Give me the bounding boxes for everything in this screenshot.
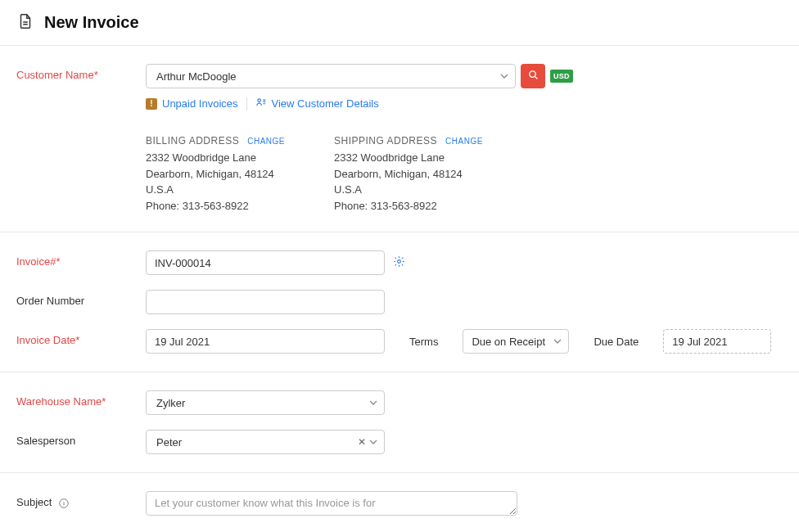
svg-point-0 xyxy=(529,71,535,78)
warning-icon: ! xyxy=(146,98,157,110)
user-details-icon xyxy=(255,97,267,110)
shipping-address-heading: SHIPPING ADDRESS xyxy=(334,133,437,148)
shipping-line1: 2332 Woodbridge Lane xyxy=(334,150,483,166)
gear-icon xyxy=(393,255,405,270)
billing-address-block: BILLING ADDRESS CHANGE 2332 Woodbridge L… xyxy=(146,133,285,214)
shipping-address-block: SHIPPING ADDRESS CHANGE 2332 Woodbridge … xyxy=(334,133,483,214)
terms-select[interactable]: Due on Receipt xyxy=(463,329,569,354)
salesperson-select[interactable]: Peter ✕ xyxy=(146,430,385,454)
invoice-date-input[interactable] xyxy=(146,329,385,354)
chevron-down-icon xyxy=(500,72,508,80)
info-icon[interactable] xyxy=(58,498,70,509)
view-customer-details-label: View Customer Details xyxy=(272,97,379,110)
separator xyxy=(246,97,247,110)
invoice-number-label: Invoice#* xyxy=(16,250,146,268)
due-date-label: Due Date xyxy=(590,336,642,348)
search-icon xyxy=(527,69,539,83)
billing-address-heading: BILLING ADDRESS xyxy=(146,133,239,148)
invoice-date-label: Invoice Date* xyxy=(16,329,146,346)
customer-name-label: Customer Name* xyxy=(16,64,146,81)
subject-section: Subject xyxy=(0,473,799,532)
billing-change-link[interactable]: CHANGE xyxy=(247,135,285,147)
shipping-phone: Phone: 313-563-8922 xyxy=(334,198,483,214)
unpaid-invoices-link[interactable]: ! Unpaid Invoices xyxy=(146,97,238,110)
unpaid-invoices-label: Unpaid Invoices xyxy=(162,97,238,110)
view-customer-details-link[interactable]: View Customer Details xyxy=(255,97,379,110)
terms-label: Terms xyxy=(406,336,441,348)
due-date-display[interactable]: 19 Jul 2021 xyxy=(663,329,771,354)
shipping-change-link[interactable]: CHANGE xyxy=(445,135,483,147)
due-date-value: 19 Jul 2021 xyxy=(672,336,727,348)
billing-line1: 2332 Woodbridge Lane xyxy=(146,150,285,166)
chevron-down-icon xyxy=(369,399,377,407)
warehouse-select[interactable]: Zylker xyxy=(146,390,385,415)
customer-section: Customer Name* Arthur McDoogle USD xyxy=(0,46,799,232)
salesperson-value: Peter xyxy=(156,436,182,449)
svg-point-1 xyxy=(257,99,260,102)
order-number-input[interactable] xyxy=(146,290,385,314)
page-header: New Invoice xyxy=(0,0,799,45)
billing-phone: Phone: 313-563-8922 xyxy=(146,198,285,214)
salesperson-label: Salesperson xyxy=(16,430,146,447)
warehouse-section: Warehouse Name* Zylker Salesperson Peter… xyxy=(0,372,799,472)
chevron-down-icon xyxy=(369,438,377,446)
warehouse-value: Zylker xyxy=(156,397,185,409)
customer-search-button[interactable] xyxy=(521,64,545,88)
subject-input[interactable] xyxy=(146,491,517,516)
subject-label: Subject xyxy=(16,491,146,509)
warehouse-label: Warehouse Name* xyxy=(16,390,146,408)
clear-icon[interactable]: ✕ xyxy=(358,436,366,448)
customer-select[interactable]: Arthur McDoogle xyxy=(146,64,516,88)
shipping-line2: Dearborn, Michigan, 48124 xyxy=(334,166,483,183)
page-title: New Invoice xyxy=(44,13,139,32)
document-icon xyxy=(16,12,34,33)
billing-line3: U.S.A xyxy=(146,182,285,198)
invoice-number-input[interactable] xyxy=(146,250,385,275)
shipping-line3: U.S.A xyxy=(334,182,483,198)
subject-label-text: Subject xyxy=(16,496,52,508)
terms-value: Due on Receipt xyxy=(472,336,545,348)
customer-select-value: Arthur McDoogle xyxy=(156,70,237,83)
order-number-label: Order Number xyxy=(16,290,146,307)
currency-badge: USD xyxy=(550,70,573,83)
chevron-down-icon xyxy=(553,337,562,345)
invoice-number-settings[interactable] xyxy=(393,255,405,270)
billing-line2: Dearborn, Michigan, 48124 xyxy=(146,166,285,183)
svg-point-2 xyxy=(398,260,401,264)
invoice-details-section: Invoice#* Order Number Invoice Date* xyxy=(0,232,799,372)
